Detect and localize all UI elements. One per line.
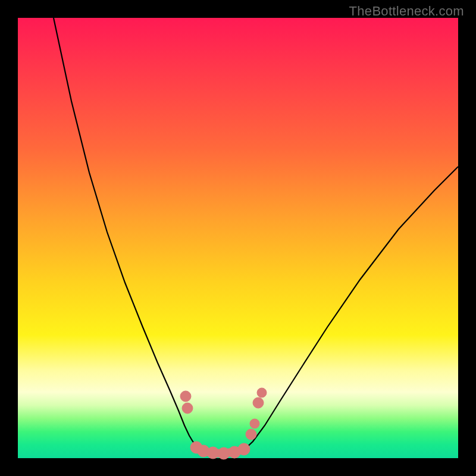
curve-left-branch (54, 18, 199, 450)
chart-frame: TheBottleneck.com (0, 0, 476, 476)
data-marker (218, 447, 230, 459)
data-marker (246, 429, 256, 440)
marker-group (180, 388, 267, 459)
plot-area (18, 18, 458, 458)
watermark-text: TheBottleneck.com (349, 4, 464, 19)
data-marker (250, 419, 259, 428)
data-marker (257, 388, 267, 397)
data-marker (182, 403, 193, 414)
curve-right-branch (244, 167, 458, 450)
data-marker (207, 447, 219, 459)
data-marker (253, 397, 264, 408)
data-marker (180, 391, 191, 402)
chart-svg (18, 18, 458, 458)
data-marker (238, 443, 250, 455)
